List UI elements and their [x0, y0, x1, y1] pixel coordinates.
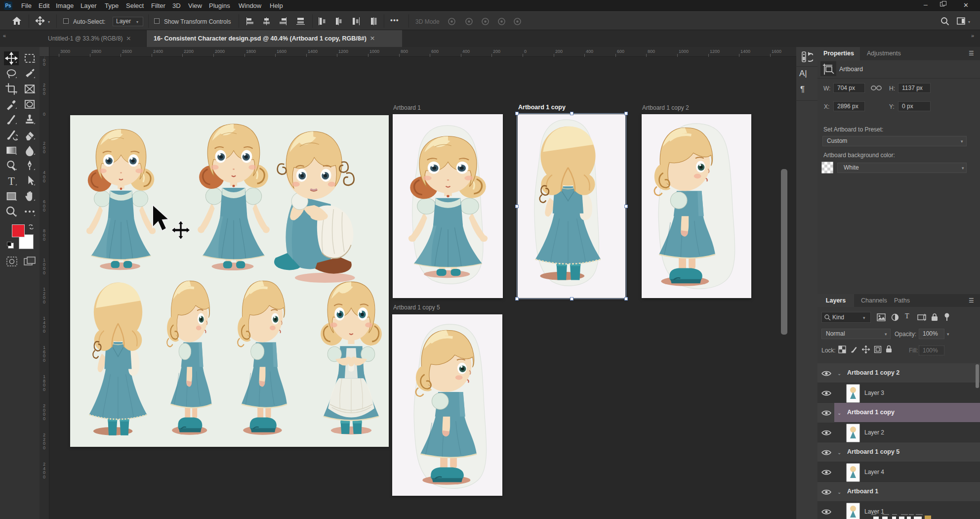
- svg-text:T: T: [8, 175, 15, 187]
